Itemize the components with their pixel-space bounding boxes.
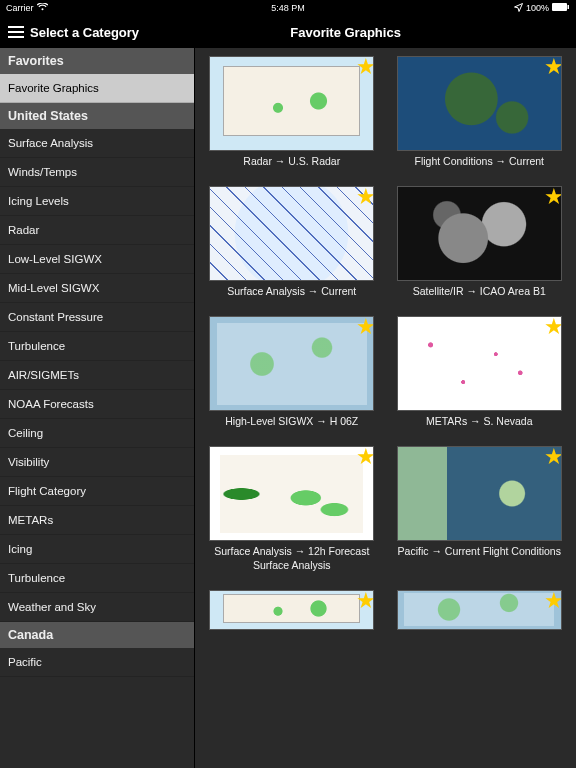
carrier-label: Carrier bbox=[6, 3, 34, 13]
battery-icon bbox=[552, 3, 570, 13]
graphic-thumbnail[interactable]: ★ bbox=[397, 56, 562, 151]
section-header: United States bbox=[0, 103, 194, 129]
graphic-card[interactable]: ★ bbox=[391, 590, 569, 630]
graphic-card[interactable]: ★Pacific → Current Flight Conditions bbox=[391, 446, 569, 571]
graphic-card[interactable]: ★METARs → S. Nevada bbox=[391, 316, 569, 428]
sidebar-title: Select a Category bbox=[30, 25, 139, 40]
graphic-card[interactable]: ★Satellite/IR → ICAO Area B1 bbox=[391, 186, 569, 298]
sidebar-item[interactable]: Surface Analysis bbox=[0, 129, 194, 158]
star-icon[interactable]: ★ bbox=[544, 56, 562, 80]
sidebar-item[interactable]: Flight Category bbox=[0, 477, 194, 506]
sidebar-item[interactable]: Low-Level SIGWX bbox=[0, 245, 194, 274]
star-icon[interactable]: ★ bbox=[356, 56, 374, 80]
star-icon[interactable]: ★ bbox=[356, 186, 374, 210]
section-header: Favorites bbox=[0, 48, 194, 74]
status-bar: Carrier 5:48 PM 100% bbox=[0, 0, 576, 16]
graphic-card[interactable]: ★Surface Analysis → 12h Forecast Surface… bbox=[203, 446, 381, 571]
star-icon[interactable]: ★ bbox=[544, 446, 562, 470]
status-time: 5:48 PM bbox=[271, 3, 305, 13]
battery-pct: 100% bbox=[526, 3, 549, 13]
star-icon[interactable]: ★ bbox=[356, 446, 374, 470]
sidebar-item[interactable]: Mid-Level SIGWX bbox=[0, 274, 194, 303]
graphic-thumbnail[interactable]: ★ bbox=[397, 446, 562, 541]
page-title: Favorite Graphics bbox=[290, 25, 401, 40]
section-header: Canada bbox=[0, 622, 194, 648]
content-area[interactable]: ★Radar → U.S. Radar★Flight Conditions → … bbox=[195, 48, 576, 768]
sidebar-item[interactable]: Constant Pressure bbox=[0, 303, 194, 332]
sidebar-item[interactable]: Icing bbox=[0, 535, 194, 564]
star-icon[interactable]: ★ bbox=[356, 590, 374, 614]
graphic-caption: Radar → U.S. Radar bbox=[243, 155, 340, 168]
category-sidebar[interactable]: FavoritesFavorite GraphicsUnited StatesS… bbox=[0, 48, 195, 768]
sidebar-item[interactable]: Winds/Temps bbox=[0, 158, 194, 187]
sidebar-item[interactable]: Turbulence bbox=[0, 564, 194, 593]
star-icon[interactable]: ★ bbox=[544, 316, 562, 340]
nav-bar: Select a Category Favorite Graphics bbox=[0, 16, 576, 48]
svg-rect-1 bbox=[568, 5, 570, 9]
sidebar-item[interactable]: NOAA Forecasts bbox=[0, 390, 194, 419]
graphic-thumbnail[interactable]: ★ bbox=[209, 316, 374, 411]
sidebar-item[interactable]: Weather and Sky bbox=[0, 593, 194, 622]
location-icon bbox=[514, 3, 523, 14]
sidebar-item[interactable]: Radar bbox=[0, 216, 194, 245]
graphic-thumbnail[interactable]: ★ bbox=[397, 186, 562, 281]
graphic-caption: High-Level SIGWX → H 06Z bbox=[225, 415, 358, 428]
graphic-thumbnail[interactable]: ★ bbox=[209, 590, 374, 630]
star-icon[interactable]: ★ bbox=[544, 590, 562, 614]
graphic-card[interactable]: ★High-Level SIGWX → H 06Z bbox=[203, 316, 381, 428]
wifi-icon bbox=[37, 3, 48, 13]
star-icon[interactable]: ★ bbox=[356, 316, 374, 340]
sidebar-item[interactable]: Favorite Graphics bbox=[0, 74, 194, 103]
sidebar-item[interactable]: Icing Levels bbox=[0, 187, 194, 216]
sidebar-item[interactable]: Turbulence bbox=[0, 332, 194, 361]
graphic-caption: Surface Analysis → 12h Forecast Surface … bbox=[207, 545, 377, 571]
favorites-grid: ★Radar → U.S. Radar★Flight Conditions → … bbox=[203, 56, 568, 630]
graphic-caption: Satellite/IR → ICAO Area B1 bbox=[413, 285, 546, 298]
sidebar-item[interactable]: Visibility bbox=[0, 448, 194, 477]
graphic-caption: Surface Analysis → Current bbox=[227, 285, 356, 298]
sidebar-item[interactable]: AIR/SIGMETs bbox=[0, 361, 194, 390]
graphic-caption: Flight Conditions → Current bbox=[414, 155, 544, 168]
graphic-card[interactable]: ★ bbox=[203, 590, 381, 630]
graphic-caption: METARs → S. Nevada bbox=[426, 415, 533, 428]
graphic-thumbnail[interactable]: ★ bbox=[209, 56, 374, 151]
menu-icon[interactable] bbox=[8, 26, 24, 38]
star-icon[interactable]: ★ bbox=[544, 186, 562, 210]
graphic-caption: Pacific → Current Flight Conditions bbox=[398, 545, 561, 558]
graphic-card[interactable]: ★Flight Conditions → Current bbox=[391, 56, 569, 168]
svg-rect-0 bbox=[552, 3, 567, 11]
sidebar-item[interactable]: Pacific bbox=[0, 648, 194, 677]
graphic-thumbnail[interactable]: ★ bbox=[397, 316, 562, 411]
graphic-thumbnail[interactable]: ★ bbox=[397, 590, 562, 630]
sidebar-item[interactable]: Ceiling bbox=[0, 419, 194, 448]
graphic-card[interactable]: ★Surface Analysis → Current bbox=[203, 186, 381, 298]
graphic-thumbnail[interactable]: ★ bbox=[209, 446, 374, 541]
graphic-card[interactable]: ★Radar → U.S. Radar bbox=[203, 56, 381, 168]
graphic-thumbnail[interactable]: ★ bbox=[209, 186, 374, 281]
sidebar-item[interactable]: METARs bbox=[0, 506, 194, 535]
